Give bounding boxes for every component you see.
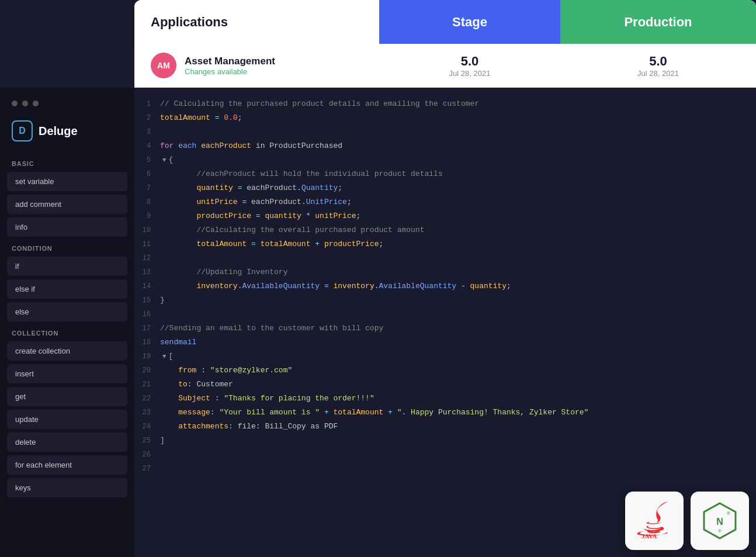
code-line-4: 4 for each eachProduct in ProductPurchas… — [134, 139, 756, 153]
app-changes: Changes available — [185, 67, 275, 76]
production-tab[interactable]: Production — [560, 0, 756, 44]
stage-version-cell: 5.0 Jul 28, 2021 — [379, 54, 560, 78]
btn-set-variable[interactable]: set variable — [7, 172, 127, 191]
code-line-16: 16 — [134, 307, 756, 321]
code-line-7: 7 quantity = eachProduct.Quantity; — [134, 181, 756, 195]
prod-version: 5.0 — [649, 54, 667, 69]
code-line-26: 26 — [134, 448, 756, 462]
applications-tab[interactable]: Applications — [134, 0, 379, 44]
code-line-24: 24 attachments: file: Bill_Copy as PDF — [134, 420, 756, 434]
dot-1 — [12, 101, 18, 106]
tech-icons: JAVA N ® ® — [618, 485, 756, 557]
prod-version-cell: 5.0 Jul 28, 2021 — [560, 54, 756, 78]
sidebar: D Deluge BASIC set variable add comment … — [0, 88, 134, 557]
stage-tab[interactable]: Stage — [379, 0, 560, 44]
section-basic: BASIC — [7, 155, 127, 169]
code-line-6: 6 //eachProduct will hold the individual… — [134, 167, 756, 181]
btn-get[interactable]: get — [7, 387, 127, 406]
svg-text:®: ® — [727, 511, 730, 516]
code-line-19: 19 ▼ [ — [134, 350, 756, 364]
code-line-10: 10 //Calculating the overall purchased p… — [134, 223, 756, 237]
svg-text:®: ® — [718, 529, 722, 533]
prod-date: Jul 28, 2021 — [637, 69, 679, 78]
app-info: AM Asset Management Changes available — [134, 53, 379, 78]
section-condition: CONDITION — [7, 240, 127, 254]
code-editor[interactable]: 1 // Calculating the purchased product d… — [134, 88, 756, 557]
btn-keys[interactable]: keys — [7, 478, 127, 497]
code-line-15: 15 } — [134, 293, 756, 307]
svg-text:N: N — [716, 517, 723, 527]
svg-text:JAVA: JAVA — [641, 532, 657, 539]
nodejs-icon: N ® ® — [699, 500, 740, 541]
avatar: AM — [151, 53, 176, 78]
code-line-27: 27 — [134, 462, 756, 476]
stage-date: Jul 28, 2021 — [449, 69, 491, 78]
brand-name: Deluge — [39, 124, 78, 138]
btn-for-each-element[interactable]: for each element — [7, 455, 127, 475]
btn-else-if[interactable]: else if — [7, 279, 127, 299]
brand: D Deluge — [7, 118, 127, 153]
code-line-3: 3 — [134, 125, 756, 139]
btn-insert[interactable]: insert — [7, 364, 127, 383]
code-line-21: 21 to: Customer — [134, 378, 756, 392]
code-line-2: 2 totalAmount = 0.0; — [134, 111, 756, 125]
code-line-13: 13 //Updating Inventory — [134, 265, 756, 279]
btn-create-collection[interactable]: create collection — [7, 341, 127, 361]
nodejs-icon-box: N ® ® — [691, 492, 749, 550]
code-line-20: 20 from : "store@zylker.com" — [134, 364, 756, 378]
btn-info[interactable]: info — [7, 217, 127, 237]
code-line-5: 5 ▼ { — [134, 153, 756, 167]
brand-icon: D — [12, 120, 33, 141]
code-line-25: 25 ] — [134, 434, 756, 448]
btn-else[interactable]: else — [7, 302, 127, 321]
code-line-17: 17 //Sending an email to the customer wi… — [134, 321, 756, 335]
java-icon-box: JAVA — [625, 492, 684, 550]
code-line-8: 8 unitPrice = eachProduct.UnitPrice; — [134, 195, 756, 209]
code-line-1: 1 // Calculating the purchased product d… — [134, 97, 756, 111]
dot-3 — [33, 101, 39, 106]
code-line-18: 18 sendmail — [134, 335, 756, 350]
code-line-22: 22 Subject : "Thanks for placing the ord… — [134, 392, 756, 406]
code-line-14: 14 inventory.AvailableQuantity = invento… — [134, 279, 756, 293]
dot-2 — [22, 101, 28, 106]
stage-version: 5.0 — [461, 54, 479, 69]
app-name: Asset Management — [185, 56, 275, 67]
java-icon: JAVA — [637, 500, 672, 541]
window-controls — [7, 97, 127, 116]
btn-add-comment[interactable]: add comment — [7, 195, 127, 214]
btn-update[interactable]: update — [7, 410, 127, 429]
section-collection: COLLECTION — [7, 325, 127, 339]
code-line-11: 11 totalAmount = totalAmount + productPr… — [134, 237, 756, 251]
code-line-23: 23 message: "Your bill amount is " + tot… — [134, 406, 756, 420]
btn-delete[interactable]: delete — [7, 433, 127, 452]
code-line-12: 12 — [134, 251, 756, 265]
btn-if[interactable]: if — [7, 257, 127, 276]
code-line-9: 9 productPrice = quantity * unitPrice; — [134, 209, 756, 223]
